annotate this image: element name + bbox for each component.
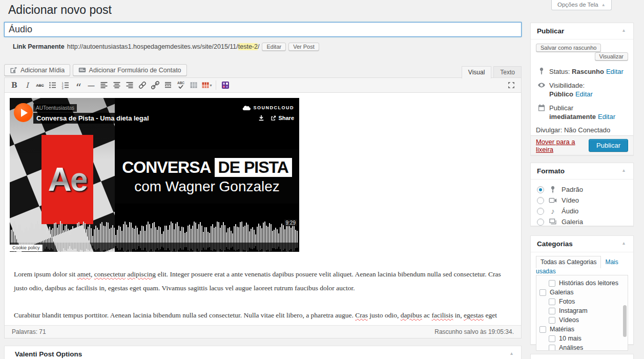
checkbox-unchecked[interactable]: [549, 280, 555, 287]
category-item[interactable]: Histórias dos leitores: [539, 278, 628, 288]
category-item[interactable]: 10 mais: [539, 334, 628, 343]
format-options: PadrãoVídeo♪ÁudioGaleria: [531, 180, 633, 232]
bold-button[interactable]: B: [8, 79, 20, 91]
waveform[interactable]: [11, 219, 298, 243]
preview-button[interactable]: Visualizar: [595, 52, 629, 61]
checkbox-unchecked[interactable]: [539, 289, 546, 296]
horizontal-rule-button[interactable]: —: [85, 79, 97, 91]
align-left-icon: [100, 81, 108, 89]
format-option-padrao[interactable]: Padrão: [537, 184, 627, 195]
cloud-icon: [242, 106, 252, 110]
permalink-slug[interactable]: teste-2: [238, 43, 258, 50]
page-title: Adicionar novo post: [8, 3, 112, 17]
category-item[interactable]: Matérias: [539, 325, 628, 334]
cookie-policy-link[interactable]: Cookie policy: [10, 245, 43, 251]
collapse-icon[interactable]: ▴: [619, 27, 628, 33]
checkbox-unchecked[interactable]: [549, 308, 555, 314]
download-icon[interactable]: [258, 115, 264, 121]
post-body-text[interactable]: Lorem ipsum dolor sit amet, consectetur …: [14, 267, 512, 325]
post-title-input[interactable]: [4, 22, 522, 37]
unlink-button[interactable]: [149, 79, 161, 91]
numbered-list-button[interactable]: 123: [59, 79, 72, 91]
editar-link[interactable]: Editar: [598, 113, 615, 121]
tab-all-categories[interactable]: Todas as Categorias: [536, 256, 601, 268]
fullscreen-icon: [507, 81, 515, 89]
editor-mode-switch: Visual Texto: [460, 66, 522, 78]
soundcloud-embed[interactable]: AUToentusiastas Conversa de Pista - Uma …: [10, 98, 299, 252]
soundcloud-logo[interactable]: SOUNDCLOUD: [242, 105, 295, 110]
duration-badge: 9:29: [284, 220, 297, 226]
spellcheck-button[interactable]: ABC: [175, 79, 187, 91]
checkbox-unchecked[interactable]: [549, 335, 555, 342]
category-item[interactable]: Fotos: [539, 297, 628, 306]
format-option-audio[interactable]: ♪Áudio: [537, 206, 627, 216]
italic-button[interactable]: I: [21, 79, 33, 91]
italic-icon: I: [26, 82, 29, 89]
category-item[interactable]: Instagram: [539, 306, 628, 315]
add-contact-form-button[interactable]: Adicionar Formulário de Contato: [73, 64, 187, 76]
radio-selected[interactable]: [537, 186, 544, 193]
publish-button[interactable]: Publicar: [589, 139, 628, 152]
editor-tools: Adicionar Mídia Adicionar Formulário de …: [4, 64, 522, 78]
unlink-icon: [151, 81, 159, 89]
share-button[interactable]: Share: [271, 115, 294, 121]
collapse-icon[interactable]: ▴: [619, 167, 628, 173]
more-tag-icon: [164, 81, 172, 89]
collapse-icon[interactable]: ▴: [507, 350, 516, 356]
shortcode-grid-button[interactable]: [219, 79, 232, 91]
blockquote-icon: “: [75, 83, 81, 88]
more-tag-button[interactable]: [162, 79, 174, 91]
category-item[interactable]: Vídeos: [539, 315, 628, 325]
radio-unselected[interactable]: [537, 197, 544, 204]
checkbox-unchecked[interactable]: [549, 345, 555, 351]
move-to-trash-link[interactable]: Mover para a lixeira: [536, 138, 589, 153]
publish-panel-title[interactable]: Publicar: [531, 23, 633, 39]
bullet-list-button[interactable]: [47, 79, 59, 91]
publish-status-row: Status: RascunhoEditar: [536, 65, 628, 79]
view-post-button[interactable]: Ver Post: [288, 43, 319, 51]
checkbox-unchecked[interactable]: [539, 326, 546, 333]
permalink-label: Link Permanente: [13, 43, 65, 50]
tab-visual[interactable]: Visual: [462, 66, 491, 78]
checkbox-unchecked[interactable]: [549, 317, 555, 324]
embed-track-title[interactable]: Conversa de Pista - Uma dieta legal: [33, 113, 152, 124]
edit-permalink-button[interactable]: Editar: [262, 43, 286, 51]
strikethrough-button[interactable]: ABC: [34, 79, 46, 91]
category-item[interactable]: Galerias: [539, 288, 628, 297]
next-panel-edge: [530, 354, 634, 359]
gallery-icon: [548, 218, 557, 226]
category-item[interactable]: Análises: [539, 343, 628, 351]
screen-options-button[interactable]: Opções de Tela ▲: [551, 0, 612, 10]
link-icon: [138, 81, 147, 89]
table-button[interactable]: [188, 79, 200, 91]
link-button[interactable]: [136, 79, 149, 91]
checkbox-unchecked[interactable]: [549, 298, 555, 305]
align-left-button[interactable]: [98, 79, 110, 91]
align-right-button[interactable]: [123, 79, 136, 91]
blockquote-button[interactable]: “: [72, 79, 85, 91]
headline-author: com Wagner Gonzalez: [134, 178, 280, 195]
scrollbar-thumb[interactable]: [623, 305, 627, 337]
valenti-panel-title[interactable]: Valenti Post Options: [5, 346, 521, 359]
format-option-video[interactable]: Vídeo: [537, 195, 627, 206]
collapse-icon[interactable]: ▴: [619, 240, 628, 246]
embed-author-link[interactable]: AUToentusiastas: [33, 104, 77, 112]
table-styles-icon: ▾: [201, 81, 212, 89]
save-draft-button[interactable]: Salvar como rascunho: [536, 44, 601, 52]
tab-texto[interactable]: Texto: [493, 66, 522, 78]
format-panel-title[interactable]: Formato: [531, 163, 633, 180]
align-center-button[interactable]: [111, 79, 123, 91]
distraction-free-button[interactable]: [505, 79, 517, 91]
editar-link[interactable]: Editar: [575, 90, 593, 98]
bullet-list-icon: [49, 81, 57, 89]
editar-link[interactable]: Editar: [606, 68, 624, 75]
add-media-button[interactable]: Adicionar Mídia: [4, 64, 70, 76]
radio-unselected[interactable]: [537, 208, 544, 215]
play-button[interactable]: [14, 103, 33, 122]
editor-content-area[interactable]: AUToentusiastas Conversa de Pista - Uma …: [5, 93, 521, 325]
format-option-galeria[interactable]: Galeria: [537, 216, 627, 227]
radio-unselected[interactable]: [537, 218, 544, 226]
categories-panel-title[interactable]: Categorias: [531, 236, 633, 252]
embed-track-info: AUToentusiastas Conversa de Pista - Uma …: [33, 104, 152, 124]
table-styles-button[interactable]: ▾: [200, 79, 213, 91]
